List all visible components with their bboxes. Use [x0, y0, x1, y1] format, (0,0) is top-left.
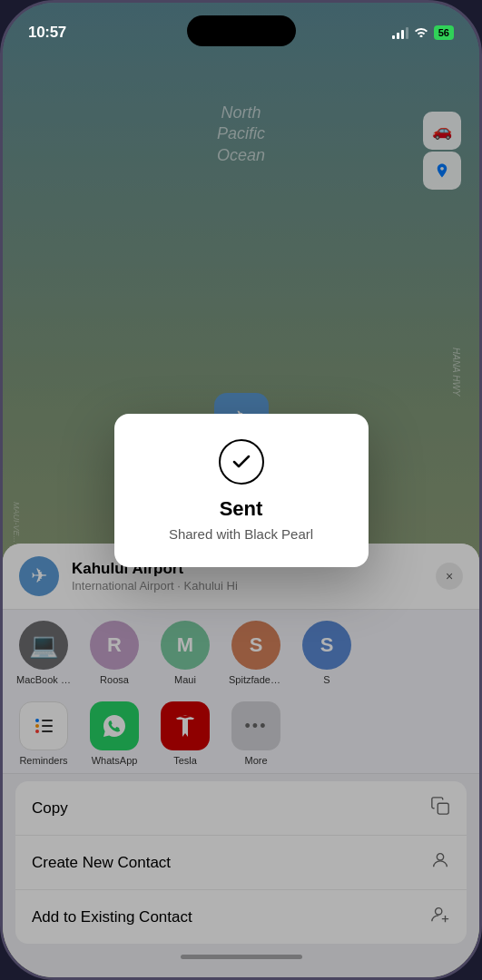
sent-card: Sent Shared with Black Pearl — [114, 414, 369, 567]
sent-subtitle: Shared with Black Pearl — [151, 526, 332, 542]
sent-checkmark-icon — [219, 439, 264, 485]
signal-bars — [392, 26, 408, 39]
signal-bar-2 — [397, 33, 399, 39]
dynamic-island — [187, 15, 296, 46]
status-icons: 56 — [392, 25, 454, 40]
status-time: 10:57 — [28, 24, 66, 42]
sent-title: Sent — [151, 497, 332, 521]
wifi-icon — [414, 25, 428, 40]
signal-bar-1 — [392, 35, 395, 39]
signal-bar-4 — [406, 27, 408, 39]
phone-frame: NorthPacificOcean HANA HWY MAUI-VE... 10… — [0, 0, 482, 980]
sent-overlay: Sent Shared with Black Pearl — [3, 3, 479, 977]
battery-indicator: 56 — [434, 25, 454, 40]
signal-bar-3 — [401, 30, 404, 39]
